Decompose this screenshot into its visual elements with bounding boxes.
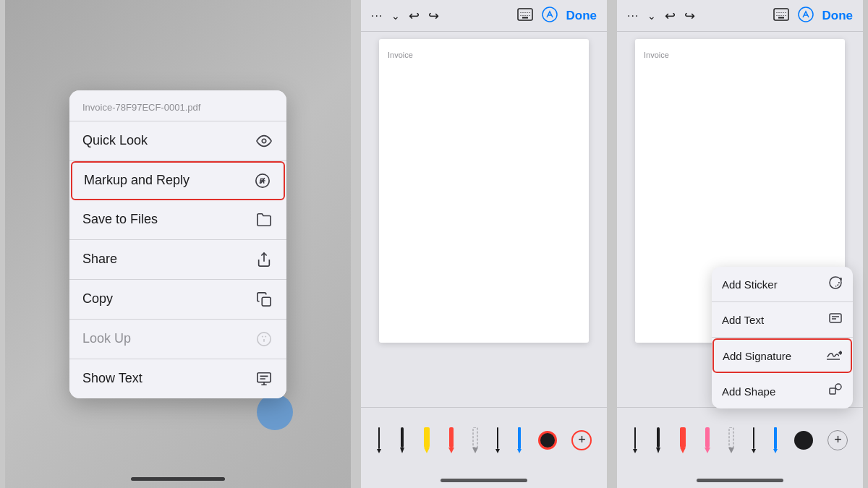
pen-tool-3-blue[interactable] (772, 427, 779, 453)
undo-button-3[interactable]: ↩ (665, 8, 676, 24)
toolbar-right-group-3: Done (773, 7, 854, 25)
redo-button[interactable]: ↪ (428, 8, 439, 24)
svg-point-0 (262, 139, 266, 143)
popup-item-add-shape[interactable]: Add Shape (712, 374, 853, 408)
filename-label: Invoice-78F97ECF-0001.pdf (82, 102, 200, 113)
eye-icon (255, 132, 273, 150)
undo-button[interactable]: ↩ (409, 8, 420, 24)
svg-marker-67 (705, 448, 710, 453)
color-picker[interactable] (538, 431, 557, 450)
markup-tool-icon[interactable] (542, 7, 558, 25)
done-button-3[interactable]: Done (822, 9, 854, 23)
svg-rect-28 (401, 427, 404, 448)
top-toolbar: ··· ⌄ ↩ ↪ (361, 0, 607, 32)
pen-tool-3-1[interactable] (631, 427, 639, 453)
pen-tool-2[interactable] (398, 427, 407, 453)
svg-marker-61 (633, 449, 637, 453)
svg-rect-60 (634, 427, 636, 449)
svg-point-52 (799, 7, 813, 22)
context-menu-header: Invoice-78F97ECF-0001.pdf (69, 90, 286, 121)
done-button[interactable]: Done (566, 9, 597, 23)
pen-tool-blue[interactable] (516, 427, 523, 453)
pen-tool-red[interactable] (447, 427, 456, 453)
markup-tool-icon-3[interactable] (798, 7, 814, 25)
add-sticker-label: Add Sticker (722, 278, 778, 291)
pen-tool-3-pink[interactable] (703, 427, 712, 453)
show-text-icon (255, 369, 273, 388)
menu-item-markup-reply[interactable]: Markup and Reply (71, 161, 285, 200)
pen-tool-3-striped[interactable] (727, 427, 736, 453)
chevron-down-icon-3[interactable]: ⌄ (647, 10, 656, 22)
info-icon (255, 330, 273, 348)
pen-tool-3-2[interactable] (654, 427, 663, 453)
menu-item-look-up[interactable]: Look Up (69, 320, 286, 359)
svg-rect-30 (424, 427, 430, 448)
shape-icon (828, 382, 843, 400)
svg-point-59 (835, 384, 841, 390)
menu-item-share[interactable]: Share (69, 240, 286, 280)
panel-markup-editor: ··· ⌄ ↩ ↪ (361, 0, 607, 488)
menu-item-copy[interactable]: Copy (69, 280, 286, 320)
svg-marker-69 (728, 448, 734, 453)
svg-rect-32 (449, 427, 454, 448)
svg-rect-7 (258, 372, 271, 382)
svg-rect-66 (705, 427, 710, 448)
svg-rect-64 (680, 427, 686, 448)
svg-rect-70 (753, 427, 754, 449)
home-indicator-3 (617, 472, 863, 488)
menu-item-save-files[interactable]: Save to Files (69, 200, 286, 240)
invoice-label: Invoice (388, 51, 413, 59)
save-files-label: Save to Files (82, 212, 158, 227)
document-page: Invoice (379, 39, 589, 343)
svg-marker-33 (448, 448, 454, 453)
svg-marker-39 (517, 449, 522, 453)
svg-rect-72 (774, 427, 777, 449)
svg-rect-54 (830, 314, 841, 322)
svg-marker-37 (495, 449, 500, 453)
top-toolbar-3: ··· ⌄ ↩ ↪ (617, 0, 863, 32)
svg-rect-68 (729, 427, 733, 448)
popup-item-add-sticker[interactable]: Add Sticker (712, 267, 853, 302)
popup-item-add-signature[interactable]: Add Signature (712, 338, 852, 373)
pen-tool-1[interactable] (375, 427, 383, 453)
sticker-icon (828, 275, 843, 293)
menu-item-show-text[interactable]: Show Text (69, 359, 286, 398)
markup-reply-label: Markup and Reply (84, 173, 190, 188)
svg-rect-58 (830, 388, 835, 394)
home-indicator (131, 477, 225, 481)
drawing-toolbar-3: + (617, 407, 863, 472)
pen-tool-3-thin[interactable] (751, 427, 757, 453)
home-bar (441, 479, 527, 482)
pen-tool-thin[interactable] (495, 427, 501, 453)
svg-marker-29 (400, 448, 404, 453)
svg-rect-26 (378, 427, 380, 449)
share-label: Share (82, 252, 117, 267)
redo-button-3[interactable]: ↪ (684, 8, 695, 24)
pen-tool-striped[interactable] (471, 427, 480, 453)
look-up-label: Look Up (82, 331, 131, 346)
pen-tool-yellow[interactable] (422, 427, 432, 453)
svg-marker-27 (377, 449, 381, 453)
more-dots[interactable]: ··· (371, 9, 383, 22)
popup-item-add-text[interactable]: Add Text (712, 302, 853, 338)
add-tool-button-3[interactable]: + (827, 430, 848, 450)
svg-rect-38 (518, 427, 521, 449)
signature-icon (826, 347, 842, 364)
add-tool-button[interactable]: + (571, 430, 592, 450)
svg-rect-34 (473, 427, 477, 448)
svg-marker-35 (472, 448, 478, 453)
more-dots-3[interactable]: ··· (627, 9, 639, 22)
svg-point-24 (542, 7, 557, 22)
folder-icon (255, 210, 273, 229)
menu-item-quick-look[interactable]: Quick Look (69, 121, 286, 161)
share-icon (255, 250, 273, 269)
chevron-down-icon[interactable]: ⌄ (391, 10, 400, 22)
keyboard-icon-3[interactable] (773, 8, 789, 24)
keyboard-icon[interactable] (517, 8, 533, 24)
markup-icon (253, 171, 272, 190)
add-shape-label: Add Shape (722, 385, 775, 398)
copy-icon (255, 290, 273, 309)
pen-tool-3-red[interactable] (678, 427, 688, 453)
color-picker-3[interactable] (794, 431, 813, 450)
svg-marker-73 (773, 449, 778, 453)
